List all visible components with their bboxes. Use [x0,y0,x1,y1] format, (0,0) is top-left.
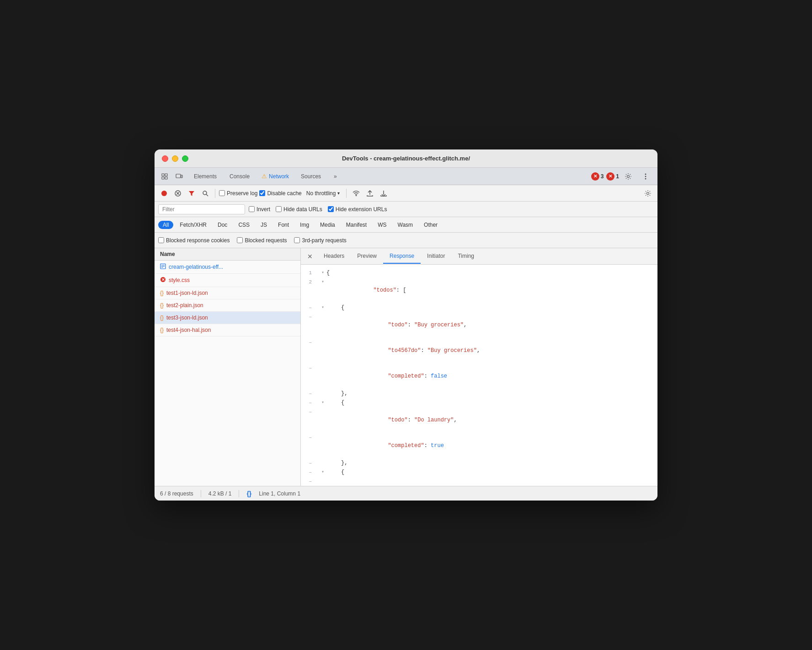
download-icon[interactable] [378,187,390,199]
detail-tab-response[interactable]: Response [383,249,421,264]
warning-badge: ✕ 1 [606,172,619,181]
type-btn-wasm[interactable]: Wasm [393,221,418,229]
tabs-right: ✕ 3 ✕ 1 [591,170,654,183]
maximize-button[interactable] [182,155,188,162]
code-line-3: – ▾ { [301,303,657,312]
blocked-requests-checkbox[interactable] [237,237,243,243]
warning-count: 1 [616,173,619,180]
traffic-lights [162,155,188,162]
disable-cache-group: Disable cache [259,190,301,197]
disable-cache-label[interactable]: Disable cache [259,190,301,197]
json-icon-2: {} [160,302,164,309]
invert-checkbox[interactable] [249,206,255,212]
svg-point-14 [203,191,207,195]
code-line-1: 1 ▾ { [301,268,657,277]
filter-bar: Invert Hide data URLs Hide extension URL… [155,202,657,217]
file-item-test2[interactable]: {} test2-plain.json [155,299,300,312]
json-icon-4: {} [160,327,164,333]
svg-line-15 [206,194,208,196]
code-line-2: 2 ▾ "todos": [ [301,277,657,303]
code-line-5: – "to4567do": "Buy groceries", [301,338,657,363]
svg-rect-2 [162,177,164,179]
preserve-log-label[interactable]: Preserve log [219,190,257,197]
file-item-style[interactable]: ✕ style.css [155,274,300,287]
close-button[interactable] [162,155,168,162]
network-settings-icon[interactable] [642,187,654,199]
error-icon: ✕ [591,172,599,181]
preserve-log-group: Preserve log [219,190,257,197]
search-icon[interactable] [199,187,211,199]
status-divider-2 [239,490,239,497]
device-toolbar-icon[interactable] [173,170,186,183]
more-options-icon[interactable] [639,170,652,183]
throttle-select[interactable]: No throttling ▾ [304,189,343,197]
file-name-style: style.css [169,277,190,283]
close-detail-button[interactable]: ✕ [304,251,315,262]
type-btn-media[interactable]: Media [315,221,340,229]
tab-network[interactable]: ⚠ Network [256,171,294,181]
svg-rect-4 [176,174,181,178]
code-line-6: – "completed": false [301,363,657,389]
record-button[interactable] [158,187,170,199]
doc-icon [160,263,166,271]
file-list-header: Name [155,248,300,261]
third-party-checkbox[interactable] [294,237,300,243]
detail-tabs: ✕ Headers Preview Response Initiator Tim… [301,248,657,265]
tab-elements[interactable]: Elements [187,170,223,182]
hide-extension-urls-checkbox[interactable] [328,206,334,212]
filter-icon[interactable] [186,187,198,199]
type-btn-css[interactable]: CSS [234,221,254,229]
minimize-button[interactable] [172,155,178,162]
type-btn-other[interactable]: Other [419,221,442,229]
tab-console[interactable]: Console [223,170,256,182]
file-item-main[interactable]: cream-gelatinous-eff... [155,261,300,274]
inspect-icon[interactable] [158,170,171,183]
file-name-test1: test1-json-ld.json [166,290,208,296]
type-btn-all[interactable]: All [158,221,173,229]
detail-tab-headers[interactable]: Headers [317,249,351,264]
blocked-cookies-label[interactable]: Blocked response cookies [158,237,230,244]
type-btn-font[interactable]: Font [273,221,294,229]
svg-text:✕: ✕ [161,277,165,282]
file-item-test1[interactable]: {} test1-json-ld.json [155,287,300,299]
hide-data-urls-label[interactable]: Hide data URLs [276,206,322,213]
svg-point-7 [645,173,646,175]
detail-tab-initiator[interactable]: Initiator [421,249,451,264]
filter-input[interactable] [158,204,245,214]
file-item-test4[interactable]: {} test4-json-hal.json [155,324,300,336]
code-line-13: – "todo": "Write a blog post", [301,477,657,486]
svg-rect-3 [165,177,167,179]
third-party-label[interactable]: 3rd-party requests [294,237,346,244]
file-name-main: cream-gelatinous-eff... [169,264,223,270]
svg-point-16 [356,195,357,196]
svg-rect-1 [165,174,167,176]
code-line-7: – }, [301,389,657,398]
type-btn-ws[interactable]: WS [373,221,391,229]
type-btn-fetch-xhr[interactable]: Fetch/XHR [175,221,211,229]
clear-button[interactable] [172,187,184,199]
disable-cache-checkbox[interactable] [259,190,265,196]
blocked-bar: Blocked response cookies Blocked request… [155,233,657,248]
file-item-test3[interactable]: {} test3-json-ld.json [155,312,300,324]
hide-data-urls-checkbox[interactable] [276,206,282,212]
response-content[interactable]: 1 ▾ { 2 ▾ "todos": [ – ▾ { [301,265,657,486]
svg-point-9 [645,178,646,179]
type-btn-doc[interactable]: Doc [213,221,232,229]
invert-label[interactable]: Invert [249,206,270,213]
json-format-icon[interactable]: {} [246,490,251,497]
blocked-requests-label[interactable]: Blocked requests [237,237,287,244]
detail-tab-preview[interactable]: Preview [351,249,383,264]
type-btn-js[interactable]: JS [256,221,272,229]
type-btn-manifest[interactable]: Manifest [342,221,371,229]
hide-extension-urls-label[interactable]: Hide extension URLs [328,206,387,213]
file-list: Name cream-gelatinous-eff... ✕ [155,248,301,486]
blocked-cookies-checkbox[interactable] [158,237,164,243]
preserve-log-checkbox[interactable] [219,190,225,196]
detail-tab-timing[interactable]: Timing [451,249,481,264]
type-btn-img[interactable]: Img [295,221,314,229]
wifi-icon[interactable] [350,187,362,199]
settings-icon[interactable] [622,170,635,183]
upload-icon[interactable] [364,187,376,199]
tab-sources[interactable]: Sources [294,170,327,182]
tab-more[interactable]: » [327,170,343,182]
